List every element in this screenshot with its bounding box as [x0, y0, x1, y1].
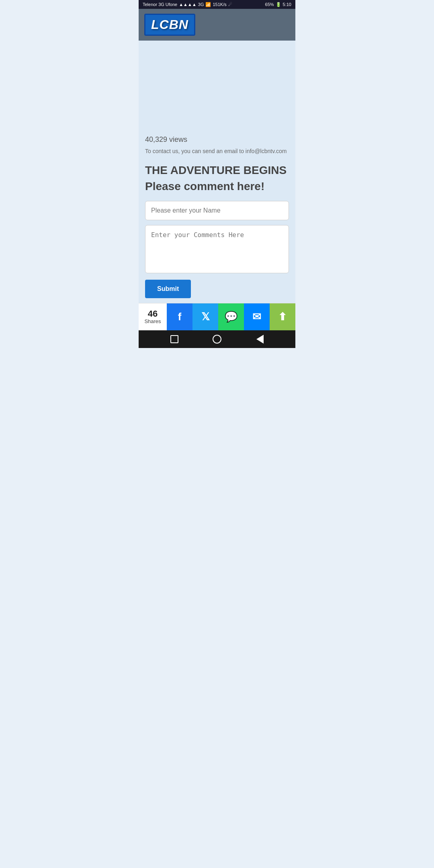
speed-text: 151K/s	[213, 2, 226, 7]
status-left: Telenor 3G Ufone ▲▲▲▲ 3G 📶 151K/s ☄	[143, 2, 232, 7]
submit-button[interactable]: Submit	[145, 280, 191, 298]
nav-home-button[interactable]	[210, 332, 224, 346]
nav-square-icon	[170, 335, 178, 343]
messenger-share-button[interactable]: ✉	[244, 303, 270, 330]
status-bar: Telenor 3G Ufone ▲▲▲▲ 3G 📶 151K/s ☄ 65% …	[139, 0, 295, 9]
battery-icon: 🔋	[276, 2, 281, 7]
comment-textarea[interactable]	[145, 225, 289, 273]
submit-btn-area: Submit	[145, 280, 289, 298]
logo-text: LCBN	[151, 17, 188, 32]
main-content: 40,329 views To contact us, you can send…	[139, 129, 295, 303]
usb-icon: ☄	[228, 2, 232, 7]
more-share-icon: ⬆	[278, 311, 287, 323]
whatsapp-icon: 💬	[225, 311, 237, 323]
status-right: 65% 🔋 5:10	[265, 2, 291, 7]
nav-triangle-icon	[256, 335, 264, 344]
share-bar: 46 Shares f 𝕏 💬 ✉ ⬆	[139, 303, 295, 330]
share-number: 46	[148, 309, 158, 318]
name-input[interactable]	[145, 201, 289, 220]
views-count: 40,329 views	[145, 135, 289, 144]
facebook-icon: f	[178, 311, 182, 323]
header: LCBN	[139, 9, 295, 41]
more-share-button[interactable]: ⬆	[270, 303, 295, 330]
share-label: Shares	[144, 318, 161, 324]
ad-area	[139, 41, 295, 129]
logo-container[interactable]: LCBN	[144, 14, 195, 36]
twitter-share-button[interactable]: 𝕏	[192, 303, 218, 330]
nav-recent-button[interactable]	[253, 332, 267, 346]
time-text: 5:10	[283, 2, 291, 7]
share-count-container: 46 Shares	[139, 303, 167, 330]
facebook-share-button[interactable]: f	[167, 303, 192, 330]
nav-back-button[interactable]	[167, 332, 182, 346]
messenger-icon: ✉	[252, 311, 261, 323]
wifi-icon: 📶	[205, 2, 211, 7]
network-type: 3G	[198, 2, 204, 7]
nav-circle-icon	[213, 335, 221, 344]
nav-bar	[139, 330, 295, 348]
signal-icon: ▲▲▲▲	[179, 2, 197, 7]
carrier-text: Telenor 3G Ufone	[143, 2, 177, 7]
comment-prompt: Please comment here!	[145, 180, 289, 193]
battery-text: 65%	[265, 2, 274, 7]
twitter-icon: 𝕏	[201, 311, 210, 323]
article-title: THE ADVENTURE BEGINS	[145, 164, 289, 177]
contact-text: To contact us, you can send an email to …	[145, 147, 289, 156]
whatsapp-share-button[interactable]: 💬	[218, 303, 244, 330]
